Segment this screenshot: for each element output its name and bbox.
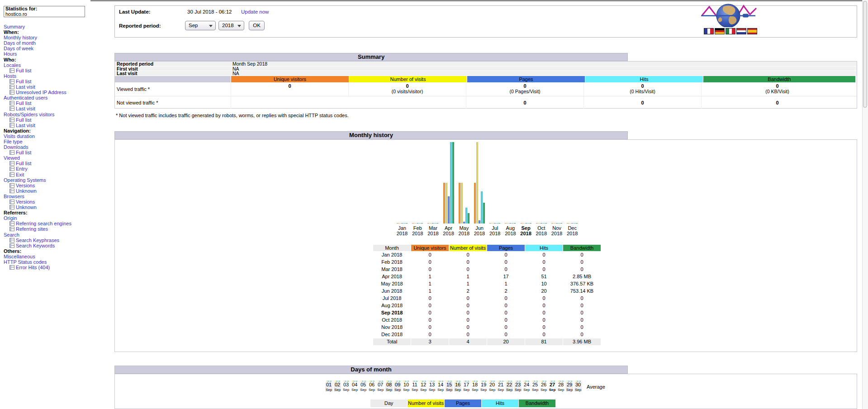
last-update-value: 30 Jul 2018 - 06:12 — [187, 9, 232, 14]
chart-bar-ht-jun-2018 — [481, 191, 483, 224]
sidebar-item-monthly-history[interactable]: Monthly history — [4, 35, 37, 40]
monthly-row-value: 0 — [411, 324, 449, 331]
lang-flag-spain[interactable] — [747, 28, 757, 34]
sidebar-item-robots-spiders-visitors[interactable]: Robots/Spiders visitors — [4, 112, 55, 117]
monthly-row-value: 51 — [525, 273, 563, 280]
sidebar-section-when: When: — [4, 29, 112, 35]
sidebar-item-file-type[interactable]: File type — [4, 139, 23, 144]
sidebar-item-unknown[interactable]: Unknown — [9, 188, 37, 194]
sidebar-item-label: Full list — [16, 68, 31, 73]
sidebar-item-origin[interactable]: Origin — [4, 215, 17, 221]
day-cell-29: 29Sep — [566, 382, 573, 392]
chart-bars-nov-2018 — [551, 223, 562, 224]
monthly-table-header-number-of-visits: Number of visits — [449, 245, 487, 251]
sidebar-item-full-list[interactable]: Full list — [9, 100, 31, 106]
chart-x-label: Oct2018 — [533, 225, 550, 236]
day-zero-bars — [455, 381, 460, 381]
sidebar-item-hours[interactable]: Hours — [4, 51, 17, 57]
summary-not-viewed-traffic-row: Not viewed traffic *000 — [115, 96, 857, 109]
sidebar-item-full-list[interactable]: Full list — [9, 79, 31, 84]
day-zero-bars — [438, 381, 443, 381]
sidebar-item-browsers[interactable]: Browsers — [4, 194, 24, 199]
sidebar-item-unresolved-ip-address[interactable]: Unresolved IP Address — [9, 90, 66, 95]
monthly-row-value: 0 — [525, 266, 563, 273]
sidebar-item-full-list[interactable]: Full list — [9, 117, 31, 123]
sidebar-item-label: Referring search engines — [16, 221, 71, 226]
sidebar-item-search[interactable]: Search — [4, 232, 19, 238]
sidebar-item-summary[interactable]: Summary — [4, 24, 25, 29]
sidebar-item-error-hits-404[interactable]: Error Hits (404) — [9, 265, 50, 270]
sidebar-item-exit[interactable]: Exit — [9, 172, 24, 177]
chart-bar-uv-oct-2018 — [536, 223, 538, 224]
day-cell-09: 09Sep — [394, 382, 401, 392]
sidebar-item-downloads[interactable]: Downloads — [4, 144, 28, 150]
day-cell-27: 27Sep — [549, 382, 556, 392]
sidebar-section-who: Who: — [4, 57, 112, 62]
sidebar-item-full-list[interactable]: Full list — [9, 150, 31, 155]
sidebar-section-referrers: Referrers: — [4, 210, 112, 215]
lang-flag-italy[interactable] — [726, 28, 735, 34]
sidebar-item-entry[interactable]: Entry — [9, 166, 28, 171]
sidebar-item-operating-systems[interactable]: Operating Systems — [4, 177, 46, 183]
sidebar-item-full-list[interactable]: Full list — [9, 68, 31, 73]
chart-bar-bw-jun-2018 — [483, 203, 485, 224]
monthly-table-row: Nov 201800000 — [373, 324, 601, 331]
chart-bar-bw-mar-2018 — [436, 223, 438, 224]
year-select[interactable]: 2018 — [218, 21, 244, 30]
scrollbar-thumb[interactable] — [863, 1, 867, 108]
update-now-link[interactable]: Update now — [241, 9, 269, 14]
monthly-total-label: Total — [373, 338, 411, 345]
day-cell-04: 04Sep — [351, 382, 358, 392]
sidebar-item-locales[interactable]: Locales — [4, 62, 21, 68]
awstats-logo[interactable] — [700, 1, 759, 35]
sidebar-item-days-of-week[interactable]: Days of week — [4, 46, 33, 51]
sidebar-item-referring-sites[interactable]: Referring sites — [9, 226, 48, 232]
lang-flag-germany[interactable] — [715, 28, 725, 34]
not-viewed-traffic-value: 0 — [583, 96, 701, 109]
day-cell-19: 19Sep — [480, 382, 487, 392]
sidebar-item-last-visit[interactable]: Last visit — [9, 106, 35, 111]
sidebar-item-days-of-month[interactable]: Days of month — [4, 40, 36, 46]
monthly-table-row: Jul 201800000 — [373, 295, 601, 302]
sidebar-item-hosts[interactable]: Hosts — [4, 73, 16, 79]
sidebar-item-authenticated-users[interactable]: Authenticated users — [4, 95, 47, 100]
sidebar-item-versions[interactable]: Versions — [9, 199, 35, 204]
day-zero-bars — [507, 381, 512, 381]
sidebar-item-miscellaneous[interactable]: Miscellaneous — [4, 254, 35, 259]
monthly-row-value: 20 — [525, 288, 563, 295]
chart-bar-pg-mar-2018 — [432, 223, 434, 224]
chart-bar-ht-feb-2018 — [419, 223, 421, 224]
lang-flag-france[interactable] — [704, 28, 714, 34]
monthly-row-value: 0 — [411, 266, 449, 273]
sidebar-item-last-visit[interactable]: Last visit — [9, 84, 35, 90]
sidebar-item-unknown[interactable]: Unknown — [9, 204, 37, 210]
list-icon — [9, 68, 14, 73]
sidebar-item-http-status-codes[interactable]: HTTP Status codes — [4, 259, 47, 265]
sidebar-item-full-list[interactable]: Full list — [9, 161, 31, 166]
list-icon — [9, 227, 14, 231]
month-select[interactable]: Sep — [185, 21, 216, 30]
awstats-page: Statistics for: hostico.ro SummaryWhen:M… — [0, 0, 868, 409]
viewed-traffic-label: Viewed traffic * — [115, 82, 231, 96]
sidebar-item-label: Robots/Spiders visitors — [4, 112, 55, 117]
monthly-row-value: 0 — [449, 252, 487, 258]
sidebar-item-viewed[interactable]: Viewed — [4, 155, 20, 161]
monthly-row-value: 0 — [449, 266, 487, 273]
monthly-row-value: 0 — [449, 259, 487, 266]
sidebar-item-search-keyphrases[interactable]: Search Keyphrases — [9, 238, 59, 243]
sidebar-item-label: Unresolved IP Address — [16, 90, 66, 95]
sidebar-item-versions[interactable]: Versions — [9, 183, 35, 188]
ok-button[interactable]: OK — [249, 21, 265, 30]
sidebar-item-label: Full list — [16, 117, 31, 123]
monthly-row-value: 2 — [449, 288, 487, 295]
lang-flag-netherlands[interactable] — [736, 28, 746, 34]
monthly-history-title: Monthly history — [114, 131, 628, 139]
sidebar-item-referring-search-engines[interactable]: Referring search engines — [9, 221, 71, 226]
list-icon — [9, 238, 14, 243]
sidebar-item-visits-duration[interactable]: Visits duration — [4, 133, 35, 139]
sidebar-item-search-keywords[interactable]: Search Keywords — [9, 243, 55, 248]
day-cell-11: 11Sep — [411, 382, 418, 392]
chart-bar-bw-jan-2018 — [406, 223, 408, 224]
sidebar-item-last-visit[interactable]: Last visit — [9, 123, 35, 128]
monthly-table-row: Feb 201800000 — [373, 259, 601, 266]
